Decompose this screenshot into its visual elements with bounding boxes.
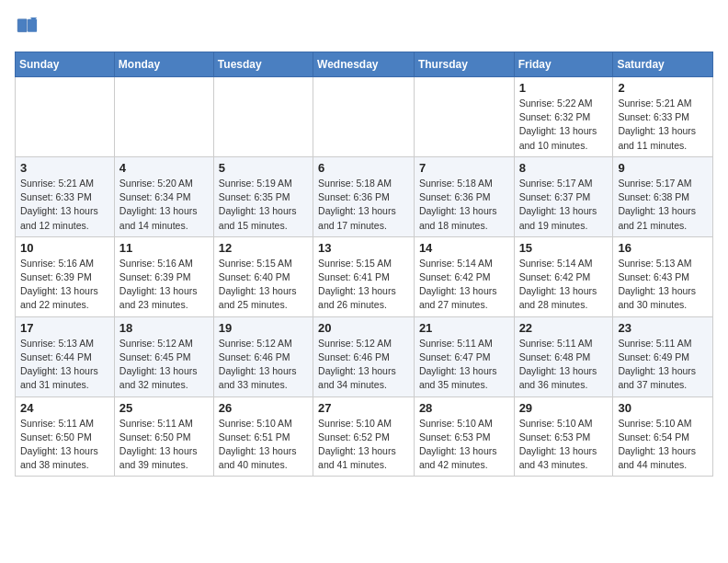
calendar-cell: 14Sunrise: 5:14 AMSunset: 6:42 PMDayligh… — [414, 236, 514, 316]
day-number: 14 — [419, 241, 509, 255]
day-number: 18 — [119, 321, 209, 335]
day-number: 13 — [318, 241, 409, 255]
day-info: Sunrise: 5:12 AMSunset: 6:46 PMDaylight:… — [318, 337, 409, 393]
day-number: 10 — [20, 241, 109, 255]
calendar-cell: 26Sunrise: 5:10 AMSunset: 6:51 PMDayligh… — [213, 396, 313, 477]
day-info: Sunrise: 5:18 AMSunset: 6:36 PMDaylight:… — [419, 177, 509, 233]
day-number: 23 — [618, 321, 708, 335]
calendar-cell: 8Sunrise: 5:17 AMSunset: 6:37 PMDaylight… — [514, 156, 613, 236]
day-number: 15 — [519, 241, 609, 255]
logo — [15, 15, 44, 40]
day-info: Sunrise: 5:18 AMSunset: 6:36 PMDaylight:… — [318, 177, 409, 233]
day-info: Sunrise: 5:10 AMSunset: 6:52 PMDaylight:… — [318, 417, 409, 473]
logo-icon — [15, 15, 40, 40]
calendar-cell: 13Sunrise: 5:15 AMSunset: 6:41 PMDayligh… — [313, 236, 415, 316]
day-number: 22 — [519, 321, 609, 335]
calendar-cell: 17Sunrise: 5:13 AMSunset: 6:44 PMDayligh… — [16, 316, 115, 396]
day-info: Sunrise: 5:13 AMSunset: 6:44 PMDaylight:… — [20, 337, 109, 393]
day-info: Sunrise: 5:17 AMSunset: 6:38 PMDaylight:… — [618, 177, 708, 233]
day-number: 8 — [519, 161, 609, 175]
day-number: 28 — [419, 401, 509, 415]
day-number: 16 — [618, 241, 708, 255]
day-number: 6 — [318, 161, 409, 175]
day-info: Sunrise: 5:11 AMSunset: 6:50 PMDaylight:… — [20, 417, 109, 473]
svg-rect-2 — [28, 19, 37, 32]
day-number: 21 — [419, 321, 509, 335]
day-number: 29 — [519, 401, 609, 415]
calendar-cell — [213, 77, 313, 157]
day-number: 30 — [618, 401, 708, 415]
calendar-cell: 27Sunrise: 5:10 AMSunset: 6:52 PMDayligh… — [313, 396, 415, 477]
day-number: 9 — [618, 161, 708, 175]
calendar-body: 1Sunrise: 5:22 AMSunset: 6:32 PMDaylight… — [16, 77, 713, 477]
calendar-cell: 2Sunrise: 5:21 AMSunset: 6:33 PMDaylight… — [613, 77, 713, 157]
day-number: 3 — [20, 161, 109, 175]
day-info: Sunrise: 5:19 AMSunset: 6:35 PMDaylight:… — [219, 177, 308, 233]
svg-rect-1 — [17, 19, 27, 32]
calendar-cell: 4Sunrise: 5:20 AMSunset: 6:34 PMDaylight… — [114, 156, 213, 236]
day-number: 17 — [20, 321, 109, 335]
day-info: Sunrise: 5:17 AMSunset: 6:37 PMDaylight:… — [519, 177, 609, 233]
calendar-cell: 25Sunrise: 5:11 AMSunset: 6:50 PMDayligh… — [114, 396, 213, 477]
day-info: Sunrise: 5:11 AMSunset: 6:49 PMDaylight:… — [618, 337, 708, 393]
day-number: 12 — [219, 241, 308, 255]
calendar-cell: 10Sunrise: 5:16 AMSunset: 6:39 PMDayligh… — [16, 236, 115, 316]
day-number: 25 — [119, 401, 209, 415]
day-info: Sunrise: 5:11 AMSunset: 6:50 PMDaylight:… — [119, 417, 209, 473]
day-number: 24 — [20, 401, 109, 415]
calendar-cell: 18Sunrise: 5:12 AMSunset: 6:45 PMDayligh… — [114, 316, 213, 396]
calendar-cell: 5Sunrise: 5:19 AMSunset: 6:35 PMDaylight… — [213, 156, 313, 236]
day-info: Sunrise: 5:16 AMSunset: 6:39 PMDaylight:… — [119, 257, 209, 313]
calendar-cell: 22Sunrise: 5:11 AMSunset: 6:48 PMDayligh… — [514, 316, 613, 396]
day-number: 1 — [519, 81, 609, 95]
calendar-week-row: 1Sunrise: 5:22 AMSunset: 6:32 PMDaylight… — [16, 77, 713, 157]
day-number: 4 — [119, 161, 209, 175]
calendar-cell: 15Sunrise: 5:14 AMSunset: 6:42 PMDayligh… — [514, 236, 613, 316]
day-info: Sunrise: 5:15 AMSunset: 6:41 PMDaylight:… — [318, 257, 409, 313]
calendar-week-row: 3Sunrise: 5:21 AMSunset: 6:33 PMDaylight… — [16, 156, 713, 236]
calendar-cell: 12Sunrise: 5:15 AMSunset: 6:40 PMDayligh… — [213, 236, 313, 316]
day-number: 2 — [618, 81, 708, 95]
calendar-cell: 3Sunrise: 5:21 AMSunset: 6:33 PMDaylight… — [16, 156, 115, 236]
header-cell-saturday: Saturday — [613, 52, 713, 77]
calendar-cell: 29Sunrise: 5:10 AMSunset: 6:53 PMDayligh… — [514, 396, 613, 477]
header-cell-tuesday: Tuesday — [213, 52, 313, 77]
day-info: Sunrise: 5:11 AMSunset: 6:47 PMDaylight:… — [419, 337, 509, 393]
day-info: Sunrise: 5:10 AMSunset: 6:51 PMDaylight:… — [219, 417, 308, 473]
day-info: Sunrise: 5:10 AMSunset: 6:53 PMDaylight:… — [519, 417, 609, 473]
page-header — [15, 15, 713, 40]
calendar-week-row: 10Sunrise: 5:16 AMSunset: 6:39 PMDayligh… — [16, 236, 713, 316]
header-cell-wednesday: Wednesday — [313, 52, 415, 77]
day-info: Sunrise: 5:21 AMSunset: 6:33 PMDaylight:… — [20, 177, 109, 233]
calendar-week-row: 17Sunrise: 5:13 AMSunset: 6:44 PMDayligh… — [16, 316, 713, 396]
header-cell-friday: Friday — [514, 52, 613, 77]
calendar-cell: 7Sunrise: 5:18 AMSunset: 6:36 PMDaylight… — [414, 156, 514, 236]
day-info: Sunrise: 5:14 AMSunset: 6:42 PMDaylight:… — [519, 257, 609, 313]
day-number: 26 — [219, 401, 308, 415]
calendar-cell: 20Sunrise: 5:12 AMSunset: 6:46 PMDayligh… — [313, 316, 415, 396]
calendar-cell: 23Sunrise: 5:11 AMSunset: 6:49 PMDayligh… — [613, 316, 713, 396]
day-info: Sunrise: 5:11 AMSunset: 6:48 PMDaylight:… — [519, 337, 609, 393]
day-info: Sunrise: 5:10 AMSunset: 6:54 PMDaylight:… — [618, 417, 708, 473]
calendar-table: SundayMondayTuesdayWednesdayThursdayFrid… — [15, 52, 713, 477]
calendar-cell — [414, 77, 514, 157]
calendar-cell: 30Sunrise: 5:10 AMSunset: 6:54 PMDayligh… — [613, 396, 713, 477]
header-cell-sunday: Sunday — [16, 52, 115, 77]
calendar-cell: 11Sunrise: 5:16 AMSunset: 6:39 PMDayligh… — [114, 236, 213, 316]
day-info: Sunrise: 5:12 AMSunset: 6:45 PMDaylight:… — [119, 337, 209, 393]
day-info: Sunrise: 5:15 AMSunset: 6:40 PMDaylight:… — [219, 257, 308, 313]
day-info: Sunrise: 5:20 AMSunset: 6:34 PMDaylight:… — [119, 177, 209, 233]
calendar-cell: 19Sunrise: 5:12 AMSunset: 6:46 PMDayligh… — [213, 316, 313, 396]
calendar-cell — [114, 77, 213, 157]
day-info: Sunrise: 5:22 AMSunset: 6:32 PMDaylight:… — [519, 97, 609, 153]
header-cell-monday: Monday — [114, 52, 213, 77]
calendar-cell: 1Sunrise: 5:22 AMSunset: 6:32 PMDaylight… — [514, 77, 613, 157]
header-cell-thursday: Thursday — [414, 52, 514, 77]
calendar-cell: 16Sunrise: 5:13 AMSunset: 6:43 PMDayligh… — [613, 236, 713, 316]
calendar-cell: 6Sunrise: 5:18 AMSunset: 6:36 PMDaylight… — [313, 156, 415, 236]
header-row: SundayMondayTuesdayWednesdayThursdayFrid… — [16, 52, 713, 77]
day-number: 5 — [219, 161, 308, 175]
calendar-cell — [313, 77, 415, 157]
calendar-week-row: 24Sunrise: 5:11 AMSunset: 6:50 PMDayligh… — [16, 396, 713, 477]
calendar-header: SundayMondayTuesdayWednesdayThursdayFrid… — [16, 52, 713, 77]
